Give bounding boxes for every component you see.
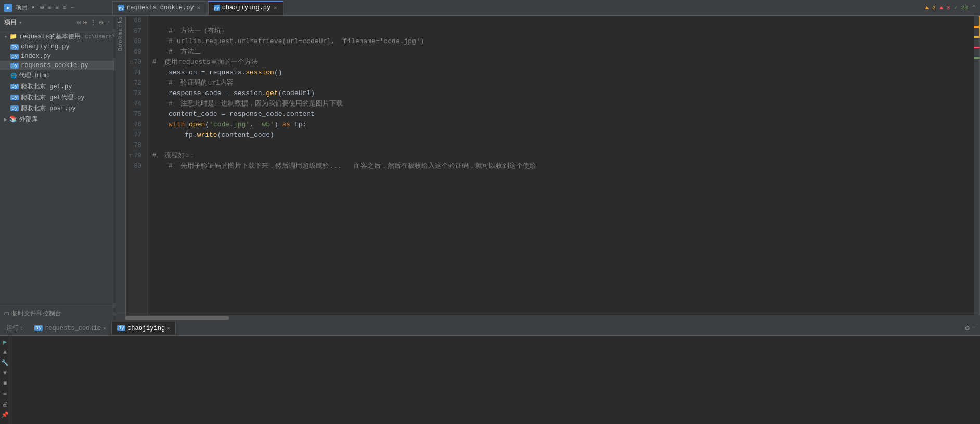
project-label-icon: ▾: [31, 4, 35, 11]
gutter-icon-70[interactable]: ⬚: [130, 57, 133, 68]
sidebar-action-4[interactable]: ⚙: [99, 18, 103, 27]
ln-71: 71: [130, 68, 144, 78]
folder-icon: 📁: [9, 33, 17, 41]
run-wrench-button[interactable]: 🔧: [1, 359, 9, 367]
code-line-73: response_code = session . get ( codeUrl …: [152, 88, 970, 99]
kw-as: as: [278, 120, 294, 130]
root-label: requests的基本使用: [19, 32, 81, 41]
sidebar-actions[interactable]: ⊕ ⊞ ⋮ ⚙ −: [76, 18, 110, 27]
bottom-panel-content: ▶ ▲ 🔧 ▼ ■ ≡ 🖨 📌: [0, 336, 980, 424]
op-eq-73: =: [225, 88, 234, 99]
error-count[interactable]: ▲ 3: [940, 5, 950, 11]
bottom-tab-requests-cookie[interactable]: py requests_cookie ✕: [29, 322, 112, 335]
sidebar-item-beijing-get[interactable]: py 爬取北京_get.py: [0, 81, 114, 92]
str-wb: 'wb': [258, 120, 274, 130]
temp-icon: 🗃: [4, 311, 9, 317]
comment-68: # urllib.request.urlretrieve(url=codeUrl…: [152, 36, 424, 47]
code-line-69: # 方法二: [152, 47, 970, 57]
sidebar-external-lib[interactable]: ▶ 📚 外部库: [0, 114, 114, 125]
horizontal-scrollbar[interactable]: [114, 315, 980, 320]
bottom-tab-icon-2: py: [117, 325, 125, 331]
expand-icon[interactable]: ⌃: [972, 4, 976, 11]
bottom-tab-chaojiying[interactable]: py chaojiying ✕: [112, 322, 176, 335]
close-panel-icon[interactable]: −: [972, 324, 976, 333]
gutter-icon-79[interactable]: ⬚: [130, 151, 133, 161]
toolbar-icons: ⊞ ≡ ≡ ⚙ −: [40, 4, 74, 11]
bottom-tab-close-1[interactable]: ✕: [103, 325, 106, 332]
comment-79: # 流程如☺：: [152, 151, 196, 161]
sidebar-header: 项目 ▾ ⊕ ⊞ ⋮ ⚙ −: [0, 16, 114, 30]
comment-74: # 注意此时是二进制数据，因为我们要使用的是图片下载: [152, 99, 343, 109]
tab-label-1: requests_cookie.py: [126, 4, 194, 11]
sidebar-chevron: ▾: [19, 20, 22, 26]
bottom-panel-tabs: 运行： py requests_cookie ✕ py chaojiying ✕…: [0, 321, 980, 336]
bottom-tab-icon-1: py: [34, 325, 43, 331]
paren-77b: ): [270, 130, 274, 140]
run-up-button[interactable]: ▲: [1, 348, 9, 356]
sidebar-item-beijing-get-proxy[interactable]: py 爬取北京_get代理.py: [0, 92, 114, 103]
bottom-panel-actions: ⚙ −: [965, 324, 978, 333]
ln-78: 78: [130, 140, 144, 151]
code-editor: Bookmarks 66 67 68 69 ⬚70 71 72 73 74 75…: [114, 16, 980, 315]
tab-requests-cookie[interactable]: py requests_cookie.py ✕: [112, 1, 207, 15]
py-icon-1: py: [118, 5, 124, 11]
ln-72: 72: [130, 78, 144, 88]
fn-get-73: get: [266, 88, 278, 99]
run-print-button[interactable]: 🖨: [1, 400, 9, 408]
ln-73: 73: [130, 88, 144, 99]
run-options-button[interactable]: ≡: [1, 390, 9, 398]
comment-80: # 先用子验证码的图片下载下来，然后调用超级鹰验... 而客之后，然后在板收给入…: [152, 161, 536, 171]
code-line-78: [152, 140, 970, 151]
ln-79: ⬚79: [130, 151, 144, 161]
sidebar-action-2[interactable]: ⊞: [83, 18, 87, 27]
sidebar-item-beijing-post[interactable]: py 爬取北京_post.py: [0, 103, 114, 114]
py-icon-2: py: [214, 5, 220, 11]
bookmarks-container: Bookmarks: [114, 16, 126, 315]
ln-74: 74: [130, 99, 144, 109]
ok-count[interactable]: ✓ 23: [954, 4, 968, 11]
sidebar-item-chaojiying[interactable]: py chaojiying.py: [0, 42, 114, 51]
code-line-75: content_code = response_code . content: [152, 109, 970, 120]
code-content[interactable]: # 方法一（有坑） # urllib.request.urlretrieve(u…: [148, 16, 974, 315]
code-line-79: # 流程如☺：: [152, 151, 970, 161]
tab-close-1[interactable]: ✕: [196, 4, 201, 11]
bottom-tab-close-2[interactable]: ✕: [167, 325, 170, 332]
bookmarks-label: Bookmarks: [117, 16, 123, 55]
bottom-tab-label-2: chaojiying: [127, 325, 165, 332]
var-fp-77: fp: [152, 130, 193, 140]
tab-chaojiying[interactable]: py chaojiying.py ✕: [208, 1, 284, 15]
var-response-code-75: response_code: [229, 109, 282, 120]
dot-75: .: [282, 109, 286, 120]
sidebar-root-folder[interactable]: ▾ 📁 requests的基本使用 C:\Users\G惠普6\Desktop\…: [0, 31, 114, 42]
sidebar-item-requests-cookie[interactable]: py requests_cookie.py: [0, 61, 114, 70]
ln-70: ⬚70: [130, 57, 144, 68]
right-indicator[interactable]: [974, 16, 980, 315]
run-play-button[interactable]: ▶: [1, 338, 9, 346]
sidebar: 项目 ▾ ⊕ ⊞ ⋮ ⚙ − ▾ 📁 requests的基本使用 C:\User…: [0, 16, 114, 320]
editor-tabs: py requests_cookie.py ✕ py chaojiying.py…: [112, 1, 925, 15]
sidebar-action-5[interactable]: −: [106, 18, 110, 27]
h-scroll-thumb[interactable]: [125, 316, 229, 320]
sidebar-item-proxy-html[interactable]: 🌐 代理.html: [0, 70, 114, 81]
paren-73a: (: [278, 88, 282, 99]
var-codeurl-73: codeUrl: [282, 88, 311, 99]
py-file-icon-1: py: [10, 44, 19, 50]
run-down-button[interactable]: ▼: [1, 369, 9, 377]
run-pin-button[interactable]: 📌: [1, 410, 9, 419]
warning-count[interactable]: ▲ 2: [925, 5, 936, 11]
dot-71: .: [241, 68, 246, 78]
code-line-70: # 使用requests里面的一个方法: [152, 57, 970, 68]
sidebar-action-1[interactable]: ⊕: [76, 18, 81, 27]
run-stop-button[interactable]: ■: [1, 379, 9, 388]
title-bar-actions: ▲ 2 ▲ 3 ✓ 23 ⌃: [925, 4, 976, 11]
sidebar-action-3[interactable]: ⋮: [89, 18, 97, 27]
sidebar-item-index[interactable]: py index.py: [0, 51, 114, 61]
op-eq-75: =: [221, 109, 229, 120]
file-label-1: chaojiying.py: [21, 43, 70, 50]
sidebar-temp-files[interactable]: 🗃 临时文件和控制台: [0, 307, 114, 320]
code-line-80: # 先用子验证码的图片下载下来，然后调用超级鹰验... 而客之后，然后在板收给入…: [152, 161, 970, 171]
settings-icon[interactable]: ⚙: [965, 324, 969, 333]
file-label-6: 爬取北京_get代理.py: [21, 93, 84, 102]
tab-close-2[interactable]: ✕: [273, 4, 278, 11]
lib-icon: 📚: [9, 115, 17, 123]
